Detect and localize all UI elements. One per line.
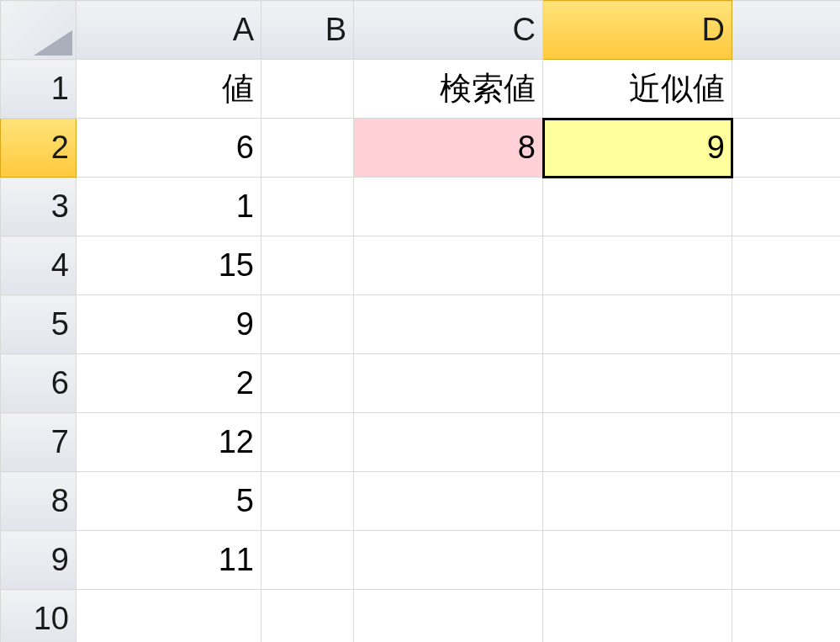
cell-E7[interactable] [732, 413, 841, 472]
row-5: 5 9 [1, 295, 841, 354]
cell-D9[interactable] [543, 531, 732, 590]
cell-A2[interactable]: 6 [77, 119, 262, 178]
select-all-corner[interactable] [1, 1, 77, 60]
row-10: 10 [1, 590, 841, 643]
cell-E10[interactable] [732, 590, 841, 643]
row-9: 9 11 [1, 531, 841, 590]
cell-A6[interactable]: 2 [77, 354, 262, 413]
cell-D8[interactable] [543, 472, 732, 531]
cell-C10[interactable] [354, 590, 543, 643]
cell-B5[interactable] [262, 295, 354, 354]
cell-A10[interactable] [77, 590, 262, 643]
row-header-3[interactable]: 3 [1, 178, 77, 236]
row-header-6[interactable]: 6 [1, 354, 77, 413]
cell-C6[interactable] [354, 354, 543, 413]
cell-A8[interactable]: 5 [77, 472, 262, 531]
cell-B4[interactable] [262, 236, 354, 295]
cell-A4[interactable]: 15 [77, 236, 262, 295]
row-6: 6 2 [1, 354, 841, 413]
cell-A3[interactable]: 1 [77, 178, 262, 236]
row-2: 2 6 8 9 [1, 119, 841, 178]
cell-A5[interactable]: 9 [77, 295, 262, 354]
cell-C4[interactable] [354, 236, 543, 295]
spreadsheet-view[interactable]: A B C D 1 値 検索値 近似値 2 6 8 9 3 1 4 15 [0, 0, 840, 642]
row-header-1[interactable]: 1 [1, 60, 77, 119]
cell-B2[interactable] [262, 119, 354, 178]
cell-E8[interactable] [732, 472, 841, 531]
cell-E5[interactable] [732, 295, 841, 354]
cell-D10[interactable] [543, 590, 732, 643]
cell-B8[interactable] [262, 472, 354, 531]
cell-E2[interactable] [732, 119, 841, 178]
cell-B3[interactable] [262, 178, 354, 236]
cell-A9[interactable]: 11 [77, 531, 262, 590]
col-header-B[interactable]: B [262, 1, 354, 60]
row-header-10[interactable]: 10 [1, 590, 77, 643]
cell-D1[interactable]: 近似値 [543, 60, 732, 119]
cell-C5[interactable] [354, 295, 543, 354]
cell-E3[interactable] [732, 178, 841, 236]
cell-E1[interactable] [732, 60, 841, 119]
row-header-5[interactable]: 5 [1, 295, 77, 354]
cell-C1[interactable]: 検索値 [354, 60, 543, 119]
cell-D6[interactable] [543, 354, 732, 413]
row-header-4[interactable]: 4 [1, 236, 77, 295]
cell-B9[interactable] [262, 531, 354, 590]
cell-D4[interactable] [543, 236, 732, 295]
cell-D3[interactable] [543, 178, 732, 236]
cell-D7[interactable] [543, 413, 732, 472]
cell-C3[interactable] [354, 178, 543, 236]
cell-C2[interactable]: 8 [354, 119, 543, 178]
row-1: 1 値 検索値 近似値 [1, 60, 841, 119]
row-4: 4 15 [1, 236, 841, 295]
cell-D5[interactable] [543, 295, 732, 354]
cell-C9[interactable] [354, 531, 543, 590]
cell-C7[interactable] [354, 413, 543, 472]
cell-E6[interactable] [732, 354, 841, 413]
row-3: 3 1 [1, 178, 841, 236]
col-header-C[interactable]: C [354, 1, 543, 60]
cell-A1[interactable]: 値 [77, 60, 262, 119]
col-header-D[interactable]: D [543, 1, 732, 60]
cell-E4[interactable] [732, 236, 841, 295]
col-header-extra[interactable] [732, 1, 841, 60]
cell-A7[interactable]: 12 [77, 413, 262, 472]
row-header-8[interactable]: 8 [1, 472, 77, 531]
cell-D2[interactable]: 9 [543, 119, 732, 178]
row-7: 7 12 [1, 413, 841, 472]
cell-B1[interactable] [262, 60, 354, 119]
row-header-2[interactable]: 2 [1, 119, 77, 178]
cell-C8[interactable] [354, 472, 543, 531]
column-header-row: A B C D [1, 1, 841, 60]
cell-E9[interactable] [732, 531, 841, 590]
cell-B10[interactable] [262, 590, 354, 643]
cell-B7[interactable] [262, 413, 354, 472]
cell-B6[interactable] [262, 354, 354, 413]
col-header-A[interactable]: A [77, 1, 262, 60]
row-header-9[interactable]: 9 [1, 531, 77, 590]
row-header-7[interactable]: 7 [1, 413, 77, 472]
grid[interactable]: A B C D 1 値 検索値 近似値 2 6 8 9 3 1 4 15 [0, 0, 840, 642]
row-8: 8 5 [1, 472, 841, 531]
